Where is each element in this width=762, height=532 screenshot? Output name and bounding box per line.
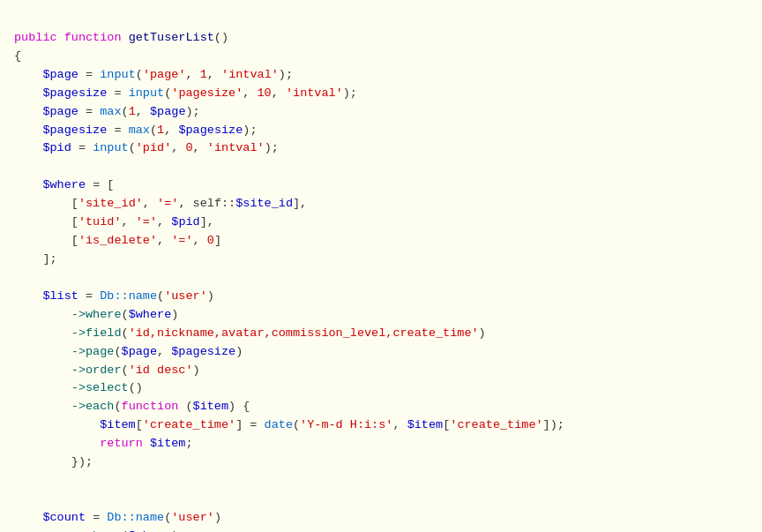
code-display: public function getTuserList() { $page =…	[14, 11, 748, 532]
